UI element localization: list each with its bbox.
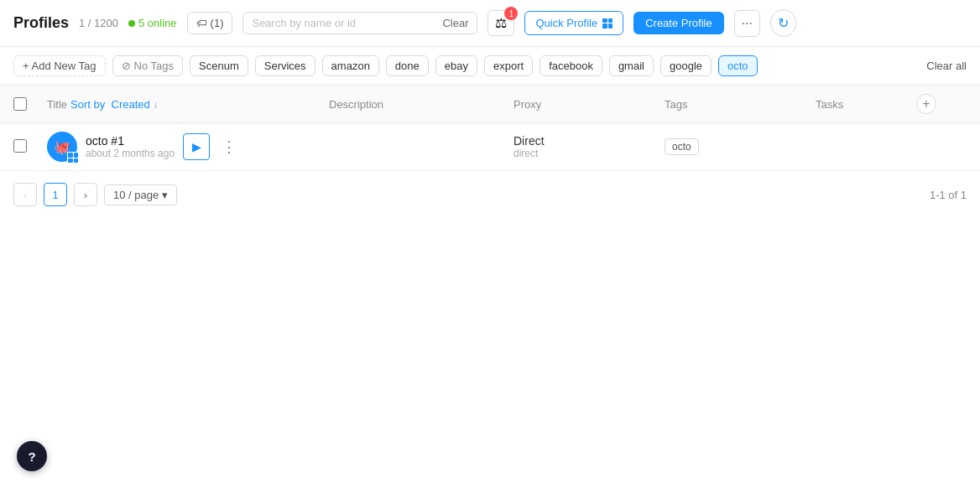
header-tasks: Tasks [816, 98, 916, 111]
windows-icon [602, 18, 612, 29]
row-tag-badge: octo [665, 138, 699, 155]
profiles-table: Title Sort by Created ↓ Description Prox… [0, 86, 980, 171]
tags-cell: octo [665, 138, 816, 155]
search-wrapper: Clear [242, 12, 477, 34]
tag-octo[interactable]: octo [718, 55, 758, 76]
next-page-button[interactable]: › [74, 183, 97, 206]
current-page: 1 [44, 183, 67, 206]
tag-done[interactable]: done [386, 55, 429, 76]
header-description: Description [329, 98, 513, 111]
per-page-label: 10 / page [113, 189, 159, 201]
online-dot [128, 20, 135, 27]
proxy-main: Direct [513, 134, 665, 148]
no-tags-icon: ⊘ [122, 60, 131, 72]
header-proxy: Proxy [513, 98, 665, 111]
table-row: 🐙 octo #1 about 2 months ago ▶ ⋮ Direct [0, 123, 980, 171]
tag-count: (1) [211, 17, 224, 29]
profile-time: about 2 months ago [86, 148, 175, 159]
tag-scenum[interactable]: Scenum [190, 55, 248, 76]
tag-filter-button[interactable]: 🏷 (1) [187, 12, 233, 34]
prev-page-button[interactable]: ‹ [13, 183, 37, 206]
table-header: Title Sort by Created ↓ Description Prox… [0, 86, 980, 123]
search-input[interactable] [252, 17, 435, 29]
row-more-button[interactable]: ⋮ [216, 136, 242, 158]
tag-amazon[interactable]: amazon [322, 55, 379, 76]
quick-profile-button[interactable]: Quick Profile [524, 11, 623, 35]
tag-google[interactable]: google [660, 55, 712, 76]
tag-export[interactable]: export [484, 55, 533, 76]
row-actions: ▶ ⋮ [183, 133, 242, 160]
top-bar: Profiles 1 / 1200 5 online 🏷 (1) Clear ⚖… [0, 0, 980, 47]
add-new-tag-button[interactable]: + Add New Tag [13, 55, 106, 76]
pagination: ‹ 1 › 10 / page ▾ 1-1 of 1 [0, 171, 980, 218]
sort-label[interactable]: Sort by Created [70, 98, 150, 111]
filter-badge: 1 [504, 7, 518, 20]
online-badge: 5 online [128, 17, 177, 29]
filter-button[interactable]: ⚖ 1 [487, 10, 514, 36]
search-clear-button[interactable]: Clear [442, 17, 468, 29]
tag-no-tags[interactable]: ⊘ No Tags [112, 55, 183, 76]
proxy-sub: direct [513, 148, 665, 159]
header-checkbox-cell [13, 97, 47, 111]
header-add-task: + [916, 94, 967, 114]
header-tags: Tags [665, 98, 816, 111]
profile-count: 1 / 1200 [79, 17, 118, 29]
proxy-cell: Direct direct [513, 134, 665, 159]
more-options-button[interactable]: ··· [734, 10, 760, 37]
tag-ebay[interactable]: ebay [435, 55, 477, 76]
header-title: Title Sort by Created ↓ [47, 98, 329, 111]
profile-name: octo #1 [86, 134, 175, 148]
sort-down-icon: ↓ [154, 99, 159, 109]
tag-icon: 🏷 [196, 17, 207, 29]
profile-cell: 🐙 octo #1 about 2 months ago ▶ ⋮ [47, 132, 329, 162]
refresh-button[interactable]: ↻ [770, 9, 796, 37]
os-badge [67, 152, 79, 164]
row-checkbox[interactable] [13, 139, 27, 153]
quick-profile-label: Quick Profile [535, 17, 597, 29]
windows-os-icon [68, 153, 78, 163]
create-profile-button[interactable]: Create Profile [633, 12, 723, 34]
clear-all-tags-button[interactable]: Clear all [926, 60, 967, 72]
create-profile-label: Create Profile [645, 17, 712, 29]
per-page-select[interactable]: 10 / page ▾ [104, 184, 177, 205]
tags-bar: + Add New Tag ⊘ No Tags Scenum Services … [0, 47, 980, 86]
page-title: Profiles [13, 14, 69, 32]
add-task-column-button[interactable]: + [916, 94, 936, 114]
row-checkbox-cell [13, 139, 47, 155]
chevron-down-icon: ▾ [162, 189, 168, 201]
tag-facebook[interactable]: facebook [540, 55, 602, 76]
select-all-checkbox[interactable] [13, 97, 27, 111]
tag-gmail[interactable]: gmail [609, 55, 654, 76]
more-icon: ··· [742, 16, 753, 30]
avatar: 🐙 [47, 132, 77, 162]
tag-services[interactable]: Services [255, 55, 315, 76]
play-button[interactable]: ▶ [183, 133, 210, 160]
pagination-info: 1-1 of 1 [930, 189, 967, 201]
refresh-icon: ↻ [778, 15, 789, 31]
